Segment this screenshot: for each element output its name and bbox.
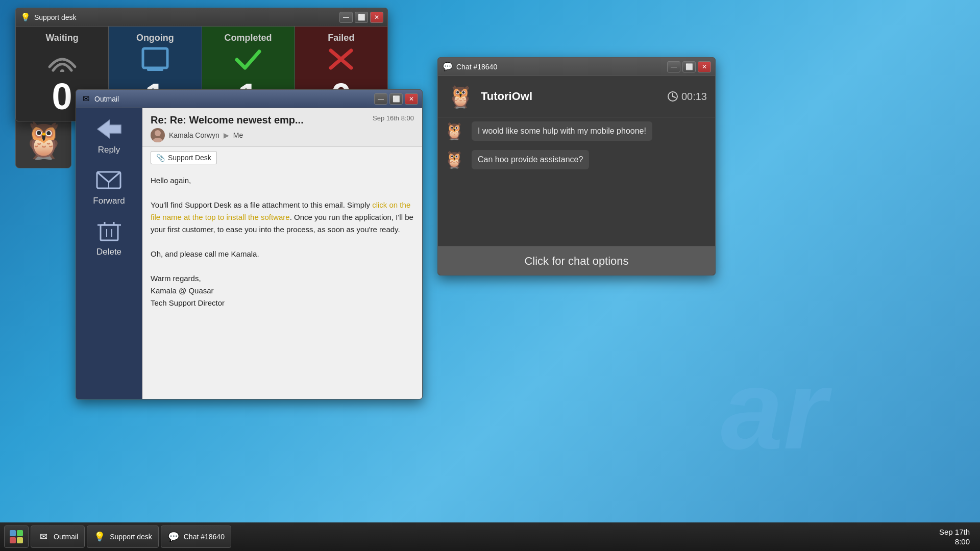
chat-minimize-button[interactable]: — [667, 61, 680, 72]
stat-failed-label: Failed [328, 33, 354, 43]
taskbar-chat-icon: 💬 [167, 531, 180, 543]
forward-icon [93, 167, 124, 193]
stat-completed-icon [233, 46, 263, 75]
svg-rect-19 [10, 530, 16, 536]
stat-ongoing-label: Ongoing [136, 33, 174, 43]
taskbar-outmail-button[interactable]: ✉ Outmail [31, 525, 85, 548]
svg-rect-2 [147, 68, 163, 71]
taskbar-outmail-icon: ✉ [37, 531, 50, 543]
svg-point-14 [155, 130, 161, 136]
mail-paragraph2: Oh, and please call me Kamala. [151, 248, 414, 260]
reply-action[interactable]: Reply [94, 116, 125, 155]
support-desk-title: Support desk [34, 13, 336, 21]
taskbar-chat-label: Chat #18640 [184, 533, 225, 541]
outmail-maximize-button[interactable]: ⬜ [389, 93, 403, 105]
delete-label: Delete [96, 247, 121, 257]
sender-avatar [151, 128, 165, 142]
mail-header: Re: Re: Welcome newest emp... Sep 16th 8… [142, 108, 422, 147]
chat-message-2: 🦉 Can hoo provide assistance? [444, 150, 709, 172]
mail-sign3: Tech Support Director [151, 297, 414, 309]
delete-action[interactable]: Delete [94, 218, 125, 257]
svg-rect-20 [17, 530, 23, 536]
support-desk-minimize-button[interactable]: — [339, 12, 353, 23]
mail-sign1: Warm regards, [151, 272, 414, 285]
support-desk-close-button[interactable]: ✕ [370, 12, 383, 23]
mail-from: Kamala Corwyn ▶ Me [151, 128, 414, 142]
support-desk-maximize-button[interactable]: ⬜ [355, 12, 368, 23]
stat-completed-label: Completed [225, 33, 272, 43]
mail-subject: Re: Re: Welcome newest emp... [151, 114, 304, 126]
taskbar-start-button[interactable] [4, 525, 29, 548]
svg-point-15 [153, 138, 163, 142]
svg-rect-8 [101, 225, 118, 240]
chat-messages: 🦉 I woold like some hulp with my mobile … [438, 117, 715, 246]
forward-action[interactable]: Forward [93, 167, 125, 206]
mail-greeting: Hello again, [151, 174, 414, 187]
svg-rect-22 [17, 537, 23, 543]
support-desk-titlebar: 💡 Support desk — ⬜ ✕ [16, 8, 387, 27]
taskbar-support-desk-icon: 💡 [93, 531, 106, 543]
taskbar-time: 8:00 [939, 537, 970, 547]
support-desk-controls: — ⬜ ✕ [339, 12, 383, 23]
outmail-minimize-button[interactable]: — [374, 93, 387, 105]
outmail-window: ✉ Outmail — ⬜ ✕ Reply [76, 89, 423, 399]
chat-title: Chat #18640 [456, 63, 664, 71]
chat-timer: 00:13 [667, 91, 707, 103]
outmail-title: Outmail [94, 95, 371, 103]
support-desk-icon: 💡 [20, 12, 31, 23]
forward-label: Forward [93, 196, 125, 206]
clock-icon [667, 91, 678, 102]
taskbar-support-desk-label: Support desk [110, 533, 152, 541]
chat-options-bar[interactable]: Click for chat options [438, 246, 715, 275]
stat-waiting-label: Waiting [45, 33, 78, 43]
chat-icon: 💬 [442, 61, 453, 72]
chat-username: TutoriOwl [481, 90, 661, 103]
chat-maximize-button[interactable]: ⬜ [682, 61, 696, 72]
outmail-sidebar: Reply Forward [76, 108, 142, 399]
outmail-icon: ✉ [80, 93, 91, 105]
taskbar-outmail-label: Outmail [54, 533, 78, 541]
stat-failed-icon [326, 46, 356, 75]
chat-window: 💬 Chat #18640 — ⬜ ✕ 🦉 TutoriOwl 00:13 🦉 [437, 57, 716, 276]
recipient-name: Me [233, 131, 243, 139]
stat-waiting-count: 0 [52, 78, 72, 115]
chat-message-1: 🦉 I woold like some hulp with my mobile … [444, 121, 709, 144]
taskbar-date: Sep 17th [939, 527, 970, 537]
chat-msg2-text: Can hoo provide assistance? [472, 150, 589, 169]
paperclip-icon: 📎 [156, 154, 165, 162]
chat-msg2-avatar: 🦉 [444, 150, 467, 172]
taskbar-clock: Sep 17th 8:00 [939, 527, 976, 547]
sender-name: Kamala Corwyn [169, 131, 219, 139]
taskbar-support-desk-button[interactable]: 💡 Support desk [87, 525, 159, 548]
chat-close-button[interactable]: ✕ [698, 61, 711, 72]
outmail-content: Re: Re: Welcome newest emp... Sep 16th 8… [142, 108, 422, 399]
mail-para1-pre: You'll find Support Desk as a file attac… [151, 201, 372, 209]
chat-msg1-avatar: 🦉 [444, 121, 467, 144]
mail-sign2: Kamala @ Quasar [151, 285, 414, 297]
taskbar-chat-button[interactable]: 💬 Chat #18640 [161, 525, 231, 548]
svg-line-18 [673, 96, 675, 97]
outmail-close-button[interactable]: ✕ [405, 93, 418, 105]
svg-rect-1 [143, 48, 167, 68]
mail-body: Hello again, You'll find Support Desk as… [142, 168, 422, 399]
delete-icon [94, 218, 125, 244]
desktop-bg-text: ar [721, 345, 827, 474]
attachment-name: Support Desk [168, 154, 211, 162]
chat-user-avatar: 🦉 [446, 82, 475, 111]
mail-date: Sep 16th 8:00 [373, 114, 414, 122]
svg-marker-5 [97, 120, 121, 138]
chat-controls: — ⬜ ✕ [667, 61, 711, 72]
mail-attachment[interactable]: 📎 Support Desk [151, 151, 217, 164]
stat-ongoing-icon [140, 46, 170, 75]
arrow-icon: ▶ [224, 131, 229, 139]
chat-msg1-text: I woold like some hulp with my mobile ph… [472, 121, 652, 141]
reply-label: Reply [98, 145, 120, 155]
outmail-body: Reply Forward [76, 108, 422, 399]
mail-paragraph1: You'll find Support Desk as a file attac… [151, 199, 414, 236]
outmail-controls: — ⬜ ✕ [374, 93, 418, 105]
svg-point-0 [60, 69, 64, 72]
chat-titlebar: 💬 Chat #18640 — ⬜ ✕ [438, 58, 715, 76]
outmail-titlebar: ✉ Outmail — ⬜ ✕ [76, 90, 422, 108]
chat-timer-value: 00:13 [681, 91, 707, 103]
chat-options-label: Click for chat options [524, 255, 628, 268]
